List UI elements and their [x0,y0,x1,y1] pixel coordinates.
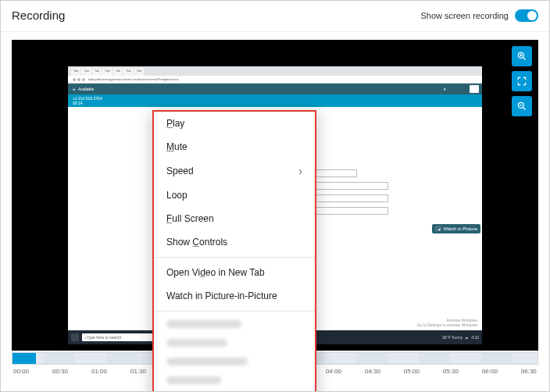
tick: 04:30 [365,368,380,375]
clock: 4:32 [471,335,479,340]
browser-tab: Tab [134,68,144,76]
tick: 05:00 [404,368,420,375]
zoom-in-button[interactable] [512,46,532,66]
fit-screen-button[interactable] [512,71,532,91]
zoom-in-icon [516,51,527,62]
tick: 06:00 [482,368,498,375]
form-input [310,207,388,215]
call-timer: 00:14 [73,101,477,105]
svg-line-1 [523,58,526,60]
pip-label: Watch in Picture [444,226,477,231]
fit-icon [516,76,527,87]
header: Recording Show screen recording [1,1,549,32]
browser-tab: Tab [102,68,112,76]
pip-icon [435,226,441,232]
weather: 36°F Sunny [442,335,462,340]
zoom-out-button[interactable] [512,96,532,116]
tick: 00:30 [52,368,68,375]
menu-watch-pip[interactable]: Watch in Picture-in-Picture [154,284,315,308]
browser-tab: Tab [71,68,80,76]
app-subbar: +1 214 516 2764 00:14 [68,94,482,107]
watermark-sub: Go to Settings to activate Windows [416,323,477,327]
chevron-right-icon: › [298,165,302,177]
menu-mute[interactable]: Mute [154,135,315,159]
browser-tab: Tab [113,68,123,76]
status-label: Available [78,87,94,91]
pip-badge: Watch in Picture [432,224,480,233]
video-controls [512,46,532,116]
taskbar-search: ⌕ Type here to search [82,333,152,341]
svg-rect-8 [438,229,440,230]
page-title: Recording [12,9,65,22]
browser-tab: Tab [92,68,102,76]
tick: 00:00 [13,368,29,375]
toggle-label: Show screen recording [420,11,509,20]
timeline-progress [12,353,36,364]
url-text: lookup/browsing-period-connect-real/conn… [88,77,477,81]
menu-blurred-item[interactable] [154,371,315,390]
menu-blurred-item[interactable] [154,315,315,333]
menu-speed[interactable]: Speed › [154,159,315,184]
show-recording-toggle[interactable] [515,9,538,22]
menu-separator [154,311,315,312]
menu-separator [154,257,315,258]
browser-tab: Tab [123,68,133,76]
menu-fullscreen[interactable]: Full Screen [154,207,315,230]
form-input [310,169,357,177]
video-context-menu: Play Mute Speed › Loop Full Screen Show … [152,110,316,392]
menu-open-new-tab[interactable]: Open Video in New Tab [154,261,315,284]
system-tray: 36°F Sunny ⏶ 4:32 [442,335,479,340]
form-fields [310,169,388,215]
menu-loop[interactable]: Loop [154,184,315,207]
form-input [310,182,388,190]
start-icon [71,333,79,341]
windows-watermark: Activate Windows Go to Settings to activ… [416,318,477,327]
toggle-wrap: Show screen recording [420,9,538,22]
tick: 04:00 [326,368,341,375]
tick: 01:00 [91,368,107,375]
browser-tab: Tab [81,68,91,76]
form-input [310,194,388,202]
address-bar: lookup/browsing-period-connect-real/conn… [68,76,482,84]
tick: 05:30 [443,368,459,375]
svg-line-5 [523,108,526,110]
menu-blurred-item[interactable] [154,352,315,371]
menu-show-controls[interactable]: Show Controls [154,230,315,254]
menu-blurred-item[interactable] [154,333,315,352]
tick: 06:30 [521,368,537,375]
browser-tabs: Tab Tab Tab Tab Tab Tab Tab [68,66,482,76]
zoom-out-icon [516,101,527,112]
app-topbar: ● Available ▾ [68,84,482,94]
menu-play[interactable]: Play [154,112,315,135]
phone-icon [470,85,479,93]
tick: 01:30 [130,368,146,375]
